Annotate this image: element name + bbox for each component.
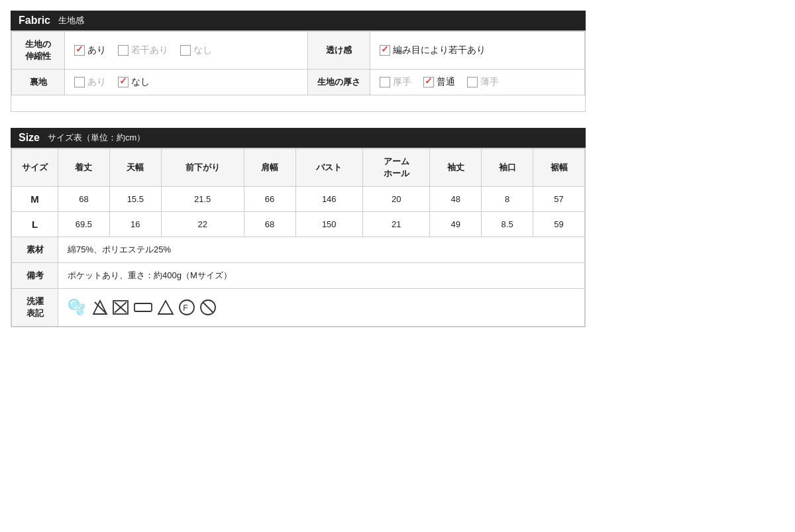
stretch-option-ari: あり <box>74 44 106 56</box>
lining-option-ari: あり <box>74 76 106 88</box>
laundry-steam-icon <box>157 299 174 315</box>
lining-label: 裏地 <box>12 70 65 95</box>
thickness-option-futote: 厚手 <box>380 76 411 88</box>
l-裾幅: 59 <box>533 212 585 237</box>
checkbox-checked-futsu <box>423 77 434 87</box>
laundry-icons: 🫧 <box>68 299 575 316</box>
svg-text:F: F <box>183 303 190 313</box>
checkbox-unchecked-nashi <box>180 45 191 56</box>
checkbox-unchecked-wakashi <box>118 45 129 56</box>
transparency-options: 編み目により若干あり <box>370 32 585 70</box>
col-肩幅: 肩幅 <box>244 149 295 187</box>
size-row-l: L 69.5 16 22 68 150 21 49 8.5 59 <box>12 212 585 237</box>
l-肩幅: 68 <box>244 212 295 237</box>
size-title-en: Size <box>19 132 40 144</box>
stretch-nashi-label: なし <box>193 44 212 56</box>
checkbox-checked-ari <box>74 45 85 56</box>
material-label: 素材 <box>12 237 58 263</box>
l-アームホール: 21 <box>362 212 429 237</box>
col-天幅: 天幅 <box>109 149 161 187</box>
l-袖口: 8.5 <box>482 212 533 237</box>
svg-rect-5 <box>134 303 152 311</box>
material-value: 綿75%、ポリエステル25% <box>58 237 585 263</box>
stretch-options: あり 若干あり なし <box>65 32 308 70</box>
fabric-title-ja: 生地感 <box>58 15 84 27</box>
transparency-option: 編み目により若干あり <box>380 44 486 56</box>
stretch-ari-label: あり <box>87 44 106 56</box>
fabric-table: 生地の伸縮性 あり 若干あり <box>11 31 585 95</box>
l-前下がり: 22 <box>161 212 244 237</box>
l-着丈: 69.5 <box>58 212 110 237</box>
lining-ari-label: あり <box>87 76 106 88</box>
m-裾幅: 57 <box>533 187 585 212</box>
col-裾幅: 裾幅 <box>533 149 585 187</box>
size-header-row: サイズ 着丈 天幅 前下がり 肩幅 バスト アームホール 袖丈 袖口 裾幅 <box>12 149 585 187</box>
lining-row: 裏地 あり なし 生地の厚さ <box>12 70 585 95</box>
lining-nashi-label: なし <box>131 76 150 88</box>
col-size: サイズ <box>12 149 58 187</box>
col-着丈: 着丈 <box>58 149 110 187</box>
m-前下がり: 21.5 <box>161 187 244 212</box>
col-袖口: 袖口 <box>482 149 533 187</box>
col-前下がり: 前下がり <box>161 149 244 187</box>
laundry-label: 洗濯表記 <box>12 289 58 327</box>
lining-option-nashi: なし <box>118 76 150 88</box>
fabric-section: Fabric 生地感 生地の伸縮性 あり 若干あ <box>11 11 586 112</box>
transparency-value: 編み目により若干あり <box>393 44 486 56</box>
stretch-option-wakashi: 若干あり <box>118 44 168 56</box>
thickness-futsu-label: 普通 <box>437 76 455 88</box>
m-アームホール: 20 <box>362 187 429 212</box>
fabric-title-en: Fabric <box>19 15 50 27</box>
size-title-ja: サイズ表（単位：約cm） <box>48 132 145 144</box>
m-袖丈: 48 <box>430 187 482 212</box>
thickness-usute-label: 薄手 <box>480 76 499 88</box>
stretch-wakashi-label: 若干あり <box>131 44 168 56</box>
svg-line-10 <box>203 302 213 313</box>
laundry-no-dry-clean-icon <box>199 299 217 316</box>
m-肩幅: 66 <box>244 187 295 212</box>
col-アームホール: アームホール <box>362 149 429 187</box>
laundry-pro-clean-icon: F <box>178 299 195 316</box>
laundry-iron-icon <box>133 299 153 315</box>
size-table: サイズ 着丈 天幅 前下がり 肩幅 バスト アームホール 袖丈 袖口 裾幅 M … <box>11 148 585 327</box>
size-section: Size サイズ表（単位：約cm） サイズ 着丈 天幅 前下がり 肩幅 バスト … <box>11 128 586 327</box>
stretch-row: 生地の伸縮性 あり 若干あり <box>12 32 585 70</box>
m-着丈: 68 <box>58 187 110 212</box>
notes-value: ポケットあり、重さ：約400g（Mサイズ） <box>58 263 585 289</box>
stretch-option-nashi: なし <box>180 44 212 56</box>
thickness-option-usute: 薄手 <box>467 76 499 88</box>
l-天幅: 16 <box>109 212 161 237</box>
thickness-options: 厚手 普通 薄手 <box>370 70 585 95</box>
l-袖丈: 49 <box>430 212 482 237</box>
material-row: 素材 綿75%、ポリエステル25% <box>12 237 585 263</box>
lining-options: あり なし <box>65 70 308 95</box>
col-バスト: バスト <box>295 149 362 187</box>
thickness-label: 生地の厚さ <box>308 70 370 95</box>
size-row-m: M 68 15.5 21.5 66 146 20 48 8 57 <box>12 187 585 212</box>
notes-row: 備考 ポケットあり、重さ：約400g（Mサイズ） <box>12 263 585 289</box>
fabric-header: Fabric 生地感 <box>11 11 586 30</box>
checkbox-checked-lining-nashi <box>118 77 129 87</box>
laundry-icons-cell: 🫧 <box>58 289 585 327</box>
thickness-option-futsu: 普通 <box>423 76 455 88</box>
checkbox-checked-transparency <box>380 45 390 56</box>
m-天幅: 15.5 <box>109 187 161 212</box>
checkbox-unchecked-usute <box>467 77 478 87</box>
checkbox-unchecked-lining-ari <box>74 77 85 87</box>
svg-marker-6 <box>158 301 173 314</box>
checkbox-unchecked-futote <box>380 77 390 87</box>
laundry-handwash-icon: 🫧 <box>68 299 88 316</box>
size-header: Size サイズ表（単位：約cm） <box>11 128 586 148</box>
notes-label: 備考 <box>12 263 58 289</box>
laundry-row: 洗濯表記 🫧 <box>12 289 585 327</box>
m-バスト: 146 <box>295 187 362 212</box>
laundry-dryer-icon <box>112 299 129 315</box>
m-袖口: 8 <box>482 187 533 212</box>
stretch-label: 生地の伸縮性 <box>12 32 65 70</box>
thickness-futote-label: 厚手 <box>393 76 411 88</box>
transparency-label: 透け感 <box>308 32 370 70</box>
col-袖丈: 袖丈 <box>430 149 482 187</box>
size-l: L <box>12 212 58 237</box>
size-m: M <box>12 187 58 212</box>
l-バスト: 150 <box>295 212 362 237</box>
